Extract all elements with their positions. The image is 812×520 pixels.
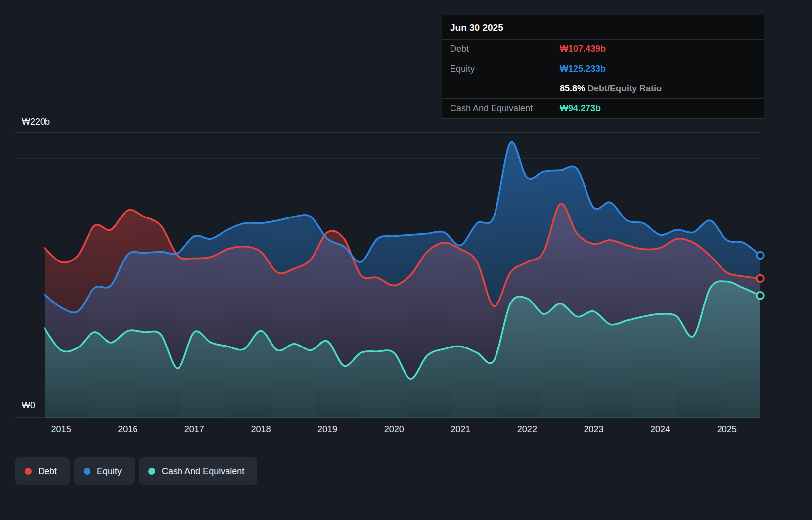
x-tick-label: 2015 [42, 424, 81, 434]
x-tick-label: 2025 [707, 424, 747, 434]
tooltip-cash-value: ₩94.273b [560, 103, 601, 114]
legend-label-cash: Cash And Equivalent [162, 466, 244, 477]
tooltip: Jun 30 2025 Debt ₩107.439b Equity ₩125.2… [442, 15, 764, 119]
x-tick-label: 2018 [241, 424, 280, 434]
tooltip-date: Jun 30 2025 [442, 15, 764, 39]
x-tick-label: 2019 [308, 424, 347, 434]
cash-legend-dot-icon [148, 468, 155, 475]
y-axis-label-zero: ₩0 [22, 400, 35, 411]
legend-item-debt[interactable]: Debt [15, 457, 70, 485]
tooltip-row-equity: Equity ₩125.233b [442, 59, 764, 79]
x-tick-label: 2020 [374, 424, 414, 434]
tooltip-ratio-label: Debt/Equity Ratio [587, 84, 662, 93]
tooltip-row-debt: Debt ₩107.439b [442, 39, 764, 59]
tooltip-ratio-value: 85.8% [560, 84, 585, 93]
legend-item-equity[interactable]: Equity [74, 457, 135, 485]
tooltip-equity-value: ₩125.233b [560, 64, 606, 74]
x-tick-label: 2023 [574, 424, 613, 434]
equity-legend-dot-icon [84, 468, 90, 475]
x-tick-label: 2021 [441, 424, 480, 434]
debt-legend-dot-icon [25, 468, 32, 475]
cash-and-equivalent-end-dot [757, 292, 764, 299]
legend-item-cash[interactable]: Cash And Equivalent [139, 457, 257, 485]
x-tick-label: 2016 [108, 424, 147, 434]
x-tick-label: 2017 [175, 424, 214, 434]
x-tick-label: 2024 [640, 424, 680, 434]
legend: Debt Equity Cash And Equivalent [15, 457, 257, 485]
x-tick-label: 2022 [507, 424, 547, 434]
y-axis-label-top: ₩220b [22, 117, 50, 127]
legend-label-debt: Debt [38, 466, 57, 477]
legend-label-equity: Equity [97, 466, 122, 477]
tooltip-cash-label: Cash And Equivalent [450, 103, 560, 114]
equity-end-dot [757, 252, 764, 259]
tooltip-debt-value: ₩107.439b [560, 44, 606, 54]
tooltip-row-cash: Cash And Equivalent ₩94.273b [442, 98, 764, 118]
tooltip-debt-label: Debt [450, 44, 560, 54]
tooltip-ratio: 85.8% Debt/Equity Ratio [560, 84, 662, 94]
tooltip-row-ratio: 85.8% Debt/Equity Ratio [442, 79, 764, 98]
tooltip-equity-label: Equity [450, 64, 560, 74]
debt-end-dot [757, 275, 764, 282]
